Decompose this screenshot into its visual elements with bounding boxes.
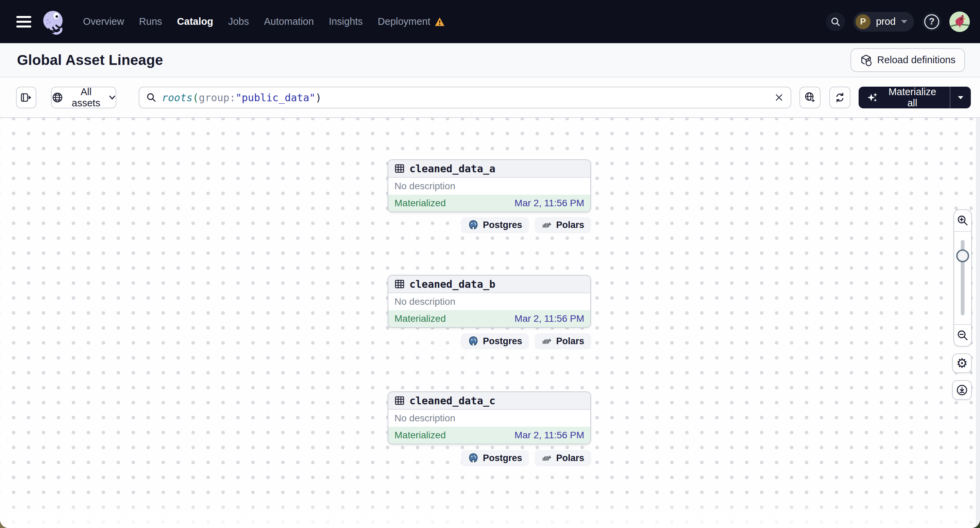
close-icon	[774, 93, 784, 102]
asset-card-header: cleaned_data_a	[388, 160, 590, 178]
asset-name: cleaned_data_b	[409, 278, 495, 290]
clear-query-button[interactable]	[774, 93, 784, 102]
refresh-icon	[834, 92, 846, 103]
materialization-timestamp: Mar 2, 11:56 PM	[514, 430, 584, 441]
tag-postgres[interactable]: Postgres	[461, 450, 529, 466]
top-nav: Overview Runs Catalog Jobs Automation In…	[0, 0, 980, 43]
deployment-name: prod	[876, 16, 896, 27]
tag-polars[interactable]: Polars	[535, 333, 591, 349]
nav-item-overview[interactable]: Overview	[83, 16, 124, 27]
scrollbar-track[interactable]	[976, 118, 980, 528]
nav-item-catalog[interactable]: Catalog	[177, 16, 213, 27]
zoom-in-icon	[956, 214, 969, 227]
lineage-canvas[interactable]: cleaned_data_a No description Materializ…	[0, 118, 980, 528]
asset-status-row: Materialized Mar 2, 11:56 PM	[388, 195, 590, 212]
nav-right-cluster: P prod ?	[826, 11, 970, 32]
asset-status-row: Materialized Mar 2, 11:56 PM	[388, 310, 590, 327]
zoom-slider[interactable]	[954, 232, 971, 324]
asset-description: No description	[388, 293, 590, 310]
asset-node-cleaned_data_a[interactable]: cleaned_data_a No description Materializ…	[388, 159, 591, 212]
asset-scope-dropdown[interactable]: All assets	[51, 87, 116, 108]
zoom-out-icon	[956, 329, 969, 341]
deployment-warning-icon	[434, 17, 445, 27]
postgres-icon	[468, 336, 479, 347]
asset-status-row: Materialized Mar 2, 11:56 PM	[388, 427, 590, 444]
asset-name: cleaned_data_a	[409, 163, 495, 174]
materialization-timestamp: Mar 2, 11:56 PM	[514, 198, 584, 209]
page-title: Global Asset Lineage	[17, 52, 163, 68]
help-button[interactable]: ?	[922, 12, 941, 31]
user-avatar[interactable]	[950, 11, 970, 32]
download-icon	[956, 384, 968, 396]
lineage-toolbar: All assets roots(group:"public_data")	[0, 78, 980, 118]
polars-icon	[542, 453, 552, 462]
asset-tags-row: Postgres Polars	[388, 217, 591, 233]
reload-definitions-button[interactable]: Reload definitions	[850, 48, 965, 72]
globe-icon	[52, 92, 63, 103]
refresh-button[interactable]	[829, 87, 850, 108]
asset-tags-row: Postgres Polars	[388, 333, 591, 349]
page-header: Global Asset Lineage Reload definitions	[0, 43, 980, 78]
search-icon	[146, 92, 156, 103]
panel-expand-icon	[20, 91, 33, 104]
zoom-out-button[interactable]	[954, 325, 971, 346]
asset-card-header: cleaned_data_b	[388, 276, 590, 293]
primary-nav: Overview Runs Catalog Jobs Automation In…	[83, 16, 445, 27]
hamburger-menu-button[interactable]	[16, 16, 31, 27]
gear-icon: ⚙	[956, 357, 968, 369]
nav-item-runs[interactable]: Runs	[139, 16, 162, 27]
help-icon: ?	[924, 14, 939, 29]
chevron-down-icon	[901, 20, 907, 24]
open-side-panel-button[interactable]	[16, 87, 37, 108]
zoom-in-button[interactable]	[954, 210, 971, 231]
dagster-logo-icon	[41, 9, 67, 35]
chevron-down-icon	[109, 95, 116, 100]
nav-item-deployment[interactable]: Deployment	[378, 16, 445, 27]
asset-tags-row: Postgres Polars	[388, 450, 591, 466]
polars-icon	[542, 220, 552, 229]
materialize-all-split-button: Materialize all	[859, 87, 971, 108]
table-icon	[395, 163, 405, 174]
zoom-slider-handle[interactable]	[956, 249, 969, 262]
asset-description: No description	[388, 410, 590, 427]
chevron-down-icon	[958, 96, 963, 99]
tag-polars[interactable]: Polars	[535, 217, 591, 233]
selection-query: roots(group:"public_data")	[162, 92, 322, 104]
asset-description: No description	[388, 178, 590, 195]
new-selection-button[interactable]	[799, 87, 821, 108]
status-badge: Materialized	[395, 198, 446, 209]
materialize-options-button[interactable]	[950, 87, 971, 108]
search-icon	[830, 17, 841, 27]
nav-item-jobs[interactable]: Jobs	[228, 16, 249, 27]
reload-definitions-icon	[860, 54, 872, 66]
nav-item-insights[interactable]: Insights	[329, 16, 363, 27]
deployment-initial-badge: P	[856, 14, 870, 29]
tag-polars[interactable]: Polars	[535, 450, 591, 466]
canvas-bottom-fade	[0, 498, 980, 528]
asset-name: cleaned_data_c	[409, 395, 495, 407]
tag-postgres[interactable]: Postgres	[461, 333, 529, 349]
materialize-all-button[interactable]: Materialize all	[859, 87, 950, 108]
asset-node-cleaned_data_c[interactable]: cleaned_data_c No description Materializ…	[388, 392, 591, 444]
download-image-button[interactable]	[952, 380, 972, 400]
asset-card-header: cleaned_data_c	[388, 392, 590, 410]
sparkles-icon	[867, 92, 878, 103]
nav-item-automation[interactable]: Automation	[264, 16, 314, 27]
postgres-icon	[468, 219, 479, 230]
zoom-control-widget	[953, 209, 972, 347]
global-search-button[interactable]	[826, 12, 845, 31]
asset-node-cleaned_data_b[interactable]: cleaned_data_b No description Materializ…	[388, 275, 591, 328]
dagster-app: Overview Runs Catalog Jobs Automation In…	[0, 0, 980, 528]
graph-settings-button[interactable]: ⚙	[952, 354, 972, 373]
status-badge: Materialized	[395, 430, 446, 441]
asset-selection-input[interactable]: roots(group:"public_data")	[139, 87, 791, 108]
table-icon	[395, 395, 405, 406]
materialization-timestamp: Mar 2, 11:56 PM	[514, 313, 584, 324]
tag-postgres[interactable]: Postgres	[461, 217, 529, 233]
globe-plus-icon	[804, 91, 816, 104]
status-badge: Materialized	[395, 313, 446, 324]
table-icon	[395, 279, 405, 289]
postgres-icon	[468, 453, 479, 463]
deployment-switcher[interactable]: P prod	[853, 12, 914, 32]
polars-icon	[542, 337, 552, 346]
